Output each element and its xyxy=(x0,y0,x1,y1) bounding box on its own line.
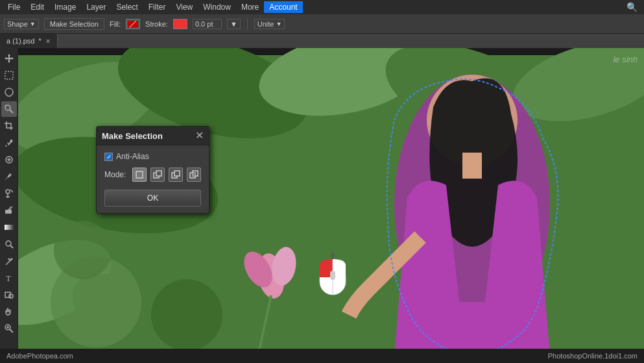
menu-view[interactable]: View xyxy=(171,1,198,13)
shape-dropdown-arrow: ▼ xyxy=(30,21,36,27)
stroke-style-arrow: ▼ xyxy=(230,20,237,28)
svg-point-12 xyxy=(6,241,11,246)
tab-modified-indicator: * xyxy=(38,37,41,45)
dialog-close-icon[interactable]: ✕ xyxy=(195,131,204,141)
magic-wand-btn[interactable] xyxy=(1,101,17,117)
dialog-titlebar: Make Selection ✕ xyxy=(97,127,209,145)
anti-alias-row: Anti-Alias xyxy=(104,152,201,161)
svg-line-9 xyxy=(10,190,13,192)
tool-panel: T xyxy=(0,48,18,363)
unite-dropdown[interactable]: Unite ▼ xyxy=(254,19,285,29)
svg-point-8 xyxy=(6,190,10,194)
svg-point-14 xyxy=(8,258,10,260)
rectangular-marquee-btn[interactable] xyxy=(1,68,17,83)
anti-alias-label: Anti-Alias xyxy=(116,152,149,161)
mode-add-btn[interactable] xyxy=(150,168,165,182)
stroke-style-dropdown[interactable]: ▼ xyxy=(227,19,241,29)
tabs-bar: a (1).psd * ✕ xyxy=(0,34,644,48)
stroke-value-input[interactable] xyxy=(193,19,222,29)
menu-layer[interactable]: Layer xyxy=(81,1,111,13)
svg-point-17 xyxy=(9,294,13,298)
fill-color-swatch[interactable] xyxy=(126,19,140,29)
svg-rect-11 xyxy=(5,225,14,230)
text-tool-btn[interactable]: T xyxy=(1,270,17,286)
svg-text:T: T xyxy=(6,273,11,283)
mode-subtract-btn[interactable] xyxy=(169,168,183,182)
svg-line-19 xyxy=(10,329,13,332)
canvas-area[interactable]: le sinh Make Selection ✕ xyxy=(18,48,644,363)
shape-dropdown[interactable]: Shape ▼ xyxy=(4,19,39,29)
brush-btn[interactable] xyxy=(1,169,17,184)
svg-rect-50 xyxy=(176,172,179,175)
options-separator xyxy=(247,18,248,31)
mode-intersect-btn[interactable] xyxy=(187,168,201,182)
make-selection-btn[interactable]: Make Selection xyxy=(44,18,104,30)
ok-button[interactable]: OK xyxy=(104,190,201,207)
svg-rect-53 xyxy=(193,173,195,176)
clone-stamp-btn[interactable] xyxy=(1,186,17,201)
mouse-cursor-icon xyxy=(316,253,349,298)
dialog-title: Make Selection xyxy=(102,131,163,141)
tab-document[interactable]: a (1).psd * ✕ xyxy=(0,34,58,48)
options-bar: Shape ▼ Make Selection Fill: Stroke: ▼ U… xyxy=(0,14,644,34)
shape-tool-btn[interactable] xyxy=(1,287,17,303)
stroke-label: Stroke: xyxy=(145,20,168,28)
menu-file[interactable]: File xyxy=(3,1,25,13)
svg-rect-36 xyxy=(462,153,482,179)
bottom-bar: AdobePhotopea.com PhotoshopOnline.1doi1.… xyxy=(0,349,644,363)
mode-new-btn[interactable] xyxy=(132,168,147,182)
tab-document-name: a (1).psd xyxy=(6,37,34,45)
menu-bar: File Edit Image Layer Select Filter View… xyxy=(0,0,644,14)
tab-close-icon[interactable]: ✕ xyxy=(45,38,51,45)
lasso-tool-btn[interactable] xyxy=(1,84,17,100)
gradient-btn[interactable] xyxy=(1,219,17,235)
hand-tool-btn[interactable] xyxy=(1,304,17,319)
eyedropper-btn[interactable] xyxy=(1,135,17,151)
svg-point-32 xyxy=(151,279,222,351)
mode-label: Mode: xyxy=(104,170,126,179)
anti-alias-checkbox-box xyxy=(104,153,113,161)
search-icon[interactable]: 🔍 xyxy=(623,1,641,14)
dialog-body: Anti-Alias Mode: xyxy=(97,145,209,213)
stroke-color-swatch[interactable] xyxy=(173,19,187,29)
eraser-btn[interactable] xyxy=(1,203,17,218)
mode-row: Mode: xyxy=(104,168,201,182)
dodge-btn[interactable] xyxy=(1,236,17,252)
shape-label: Shape xyxy=(7,20,28,28)
menu-more[interactable]: More xyxy=(236,1,264,13)
bottom-right-text: PhotoshopOnline.1doi1.com xyxy=(548,352,638,360)
fill-label: Fill: xyxy=(110,20,121,28)
svg-line-1 xyxy=(10,110,13,113)
svg-rect-47 xyxy=(156,171,161,176)
svg-rect-0 xyxy=(5,71,13,79)
unite-dropdown-arrow: ▼ xyxy=(276,21,282,27)
svg-line-13 xyxy=(10,245,13,248)
zoom-tool-btn[interactable] xyxy=(1,321,17,336)
svg-point-2 xyxy=(5,105,10,110)
move-tool-btn[interactable] xyxy=(1,51,17,66)
anti-alias-checkbox[interactable]: Anti-Alias xyxy=(104,152,149,161)
crop-tool-btn[interactable] xyxy=(1,118,17,134)
healing-brush-btn[interactable] xyxy=(1,152,17,168)
menu-image[interactable]: Image xyxy=(49,1,81,13)
menu-window[interactable]: Window xyxy=(198,1,236,13)
svg-rect-10 xyxy=(5,210,12,214)
svg-point-33 xyxy=(54,221,112,279)
menu-edit[interactable]: Edit xyxy=(25,1,49,13)
bottom-left-text: AdobePhotopea.com xyxy=(6,352,73,360)
unite-label: Unite xyxy=(257,20,274,28)
pen-tool-btn[interactable] xyxy=(1,253,17,269)
make-selection-dialog: Make Selection ✕ Anti-Alias Mode: xyxy=(96,126,209,214)
menu-select[interactable]: Select xyxy=(111,1,143,13)
main-area: T xyxy=(0,48,644,363)
menu-account[interactable]: Account xyxy=(264,1,302,13)
menu-filter[interactable]: Filter xyxy=(143,1,171,13)
svg-rect-45 xyxy=(136,171,143,178)
